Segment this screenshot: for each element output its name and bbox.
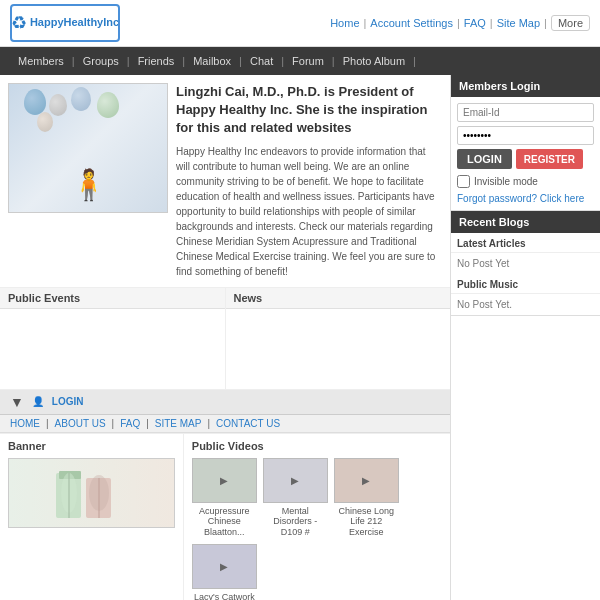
- hero-image: 🧍: [8, 83, 168, 213]
- sidebar-recent-blogs: Recent Blogs Latest Articles No Post Yet…: [451, 211, 600, 316]
- video-item-1[interactable]: ▶ Acupressure Chinese Blaatton...: [192, 458, 257, 538]
- video-thumb-1: ▶: [192, 458, 257, 503]
- video-item-2[interactable]: ▶ Mental Disorders - D109 #: [263, 458, 328, 538]
- video-thumb-4: ▶: [192, 544, 257, 589]
- arrow-icon[interactable]: ▼: [10, 394, 24, 410]
- balloon-2: [49, 94, 67, 116]
- no-post-latest: No Post Yet: [451, 253, 600, 274]
- email-field[interactable]: [457, 103, 594, 122]
- banner-section: Banner: [0, 434, 184, 600]
- no-post-music: No Post Yet.: [451, 294, 600, 315]
- nav-members[interactable]: Members: [10, 51, 72, 71]
- video-item-4[interactable]: ▶ Lacy's Catwork: [192, 544, 257, 600]
- video-label-1: Acupressure Chinese Blaatton...: [192, 506, 257, 538]
- public-events-title: Public Events: [0, 288, 225, 309]
- news-col: News: [226, 288, 451, 389]
- user-icon: 👤: [32, 396, 44, 407]
- banner-title: Banner: [8, 440, 175, 452]
- person-figure: 🧍: [70, 167, 107, 202]
- logo-area: ♻ HappyHealthyInc: [10, 4, 120, 42]
- videos-section: Public Videos ▶ Acupressure Chinese Blaa…: [184, 434, 450, 600]
- top-nav-faq[interactable]: FAQ: [464, 17, 486, 29]
- sec-nav-contact[interactable]: CONTACT US: [216, 418, 280, 429]
- news-title: News: [226, 288, 451, 309]
- sidebar-login-inner: LOGIN REGISTER Invisible mode Forgot pas…: [451, 97, 600, 210]
- nav-photoalbum[interactable]: Photo Album: [335, 51, 413, 71]
- balloon-4: [37, 112, 53, 132]
- video-thumb-3: ▶: [334, 458, 399, 503]
- nav-friends[interactable]: Friends: [130, 51, 183, 71]
- password-field[interactable]: [457, 126, 594, 145]
- logo-text: HappyHealthyInc: [30, 16, 119, 29]
- hero-section: 🧍 Lingzhi Cai, M.D., Ph.D. is President …: [0, 75, 450, 288]
- video-label-3: Chinese Long Life 212 Exercise: [334, 506, 399, 538]
- public-events-content: [0, 309, 225, 389]
- nav-groups[interactable]: Groups: [75, 51, 127, 71]
- banner-image: [8, 458, 175, 528]
- login-btn-row: LOGIN REGISTER: [457, 149, 594, 169]
- sec-nav-faq[interactable]: FAQ: [120, 418, 140, 429]
- invisible-mode-label: Invisible mode: [474, 176, 538, 187]
- hero-title: Lingzhi Cai, M.D., Ph.D. is President of…: [176, 83, 442, 138]
- balloon-3: [71, 87, 91, 111]
- top-bar: ♻ HappyHealthyInc Home | Account Setting…: [0, 0, 600, 47]
- top-nav-more[interactable]: More: [551, 15, 590, 31]
- balloon-1: [24, 89, 46, 115]
- login-bar-label[interactable]: LOGIN: [52, 396, 84, 407]
- main-content: 🧍 Lingzhi Cai, M.D., Ph.D. is President …: [0, 75, 450, 600]
- public-events-col: Public Events: [0, 288, 226, 389]
- sidebar-members-login: Members Login LOGIN REGISTER Invisible m…: [451, 75, 600, 211]
- main-nav: Members | Groups | Friends | Mailbox | C…: [0, 47, 600, 75]
- invisible-mode-row: Invisible mode: [457, 175, 594, 188]
- recent-blogs-title: Recent Blogs: [451, 211, 600, 233]
- top-nav-sitemap[interactable]: Site Map: [497, 17, 540, 29]
- public-music-title: Public Music: [451, 274, 600, 294]
- two-col-section: Public Events News: [0, 288, 450, 390]
- video-item-3[interactable]: ▶ Chinese Long Life 212 Exercise: [334, 458, 399, 538]
- hero-body: Happy Healthy Inc endeavors to provide i…: [176, 144, 442, 279]
- videos-grid: ▶ Acupressure Chinese Blaatton... ▶ Ment…: [192, 458, 442, 600]
- sec-nav: HOME | ABOUT US | FAQ | SITE MAP | CONTA…: [0, 415, 450, 433]
- balloons-decoration: 🧍: [9, 84, 167, 212]
- balloon-5: [97, 92, 119, 118]
- sec-nav-sitemap[interactable]: SITE MAP: [155, 418, 202, 429]
- banner-svg: [51, 463, 131, 523]
- nav-chat[interactable]: Chat: [242, 51, 281, 71]
- sec-nav-about[interactable]: ABOUT US: [55, 418, 106, 429]
- video-label-2: Mental Disorders - D109 #: [263, 506, 328, 538]
- register-button[interactable]: REGISTER: [516, 149, 583, 169]
- forgot-password-link[interactable]: Forgot password? Click here: [457, 193, 584, 204]
- video-label-4: Lacy's Catwork: [192, 592, 257, 600]
- latest-articles-title: Latest Articles: [451, 233, 600, 253]
- videos-title: Public Videos: [192, 440, 442, 452]
- top-nav-account[interactable]: Account Settings: [370, 17, 453, 29]
- top-nav-home[interactable]: Home: [330, 17, 359, 29]
- bottom-sections: Banner Public Videos: [0, 433, 450, 600]
- video-thumb-2: ▶: [263, 458, 328, 503]
- sec-nav-home[interactable]: HOME: [10, 418, 40, 429]
- login-bar: ▼ 👤 LOGIN: [0, 390, 450, 415]
- logo-icon: ♻: [11, 12, 27, 34]
- top-nav: Home | Account Settings | FAQ | Site Map…: [330, 15, 590, 31]
- news-content: [226, 309, 451, 389]
- sidebar: Members Login LOGIN REGISTER Invisible m…: [450, 75, 600, 600]
- nav-forum[interactable]: Forum: [284, 51, 332, 71]
- content-wrapper: 🧍 Lingzhi Cai, M.D., Ph.D. is President …: [0, 75, 600, 600]
- login-button[interactable]: LOGIN: [457, 149, 512, 169]
- hero-text: Lingzhi Cai, M.D., Ph.D. is President of…: [176, 83, 442, 279]
- nav-mailbox[interactable]: Mailbox: [185, 51, 239, 71]
- invisible-mode-checkbox[interactable]: [457, 175, 470, 188]
- logo[interactable]: ♻ HappyHealthyInc: [10, 4, 120, 42]
- members-login-title: Members Login: [451, 75, 600, 97]
